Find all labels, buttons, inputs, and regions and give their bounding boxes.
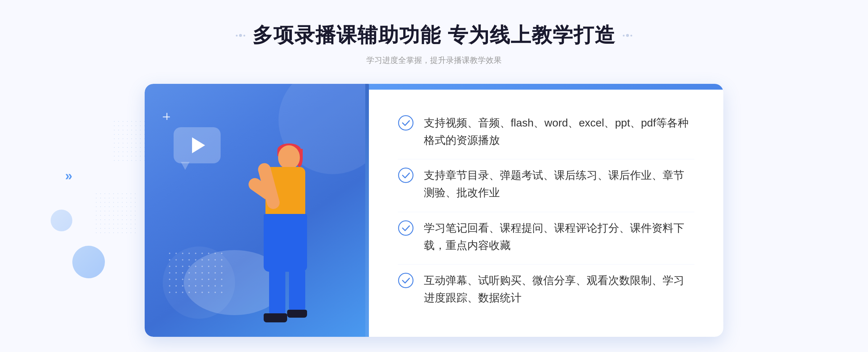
person-pants [264,214,307,272]
left-arrows-decoration: » [65,168,71,184]
light-burst [163,113,177,127]
header-section: 多项录播课辅助功能 专为线上教学打造 学习进度全掌握，提升录播课教学效果 [0,22,868,66]
person-head [278,145,300,169]
play-bubble [174,127,221,163]
feature-text-3: 学习笔记回看、课程提问、课程评论打分、课件资料下载，重点内容收藏 [424,219,694,254]
right-content-panel: 支持视频、音频、flash、word、excel、ppt、pdf等各种格式的资源… [369,84,723,337]
feature-item-3: 学习笔记回看、课程提问、课程评论打分、课件资料下载，重点内容收藏 [398,212,694,261]
person-figure [222,127,338,337]
decorator-right [623,34,632,37]
check-icon-3 [398,220,414,236]
page-wrapper: » 多项录播课辅助功能 专为线上教学打造 学习进度全掌握，提升录播课教学效果 [0,0,868,352]
person-shoe-left [264,313,287,322]
feature-text-4: 互动弹幕、试听购买、微信分享、观看次数限制、学习进度跟踪、数据统计 [424,272,694,306]
blue-top-bar [362,84,723,90]
header-decorators: 多项录播课辅助功能 专为线上教学打造 [0,22,868,49]
left-image-panel [145,84,369,337]
decorator-left [236,34,245,37]
subtitle: 学习进度全掌握，提升录播课教学效果 [0,55,868,66]
person-leg-right [289,268,305,312]
feature-item-2: 支持章节目录、弹题考试、课后练习、课后作业、章节测验、批改作业 [398,159,694,209]
feature-text-2: 支持章节目录、弹题考试、课后练习、课后作业、章节测验、批改作业 [424,167,694,201]
deco-circle-1 [72,246,105,278]
check-icon-2 [398,167,414,183]
content-wrapper: 支持视频、音频、flash、word、excel、ppt、pdf等各种格式的资源… [145,84,723,337]
main-title: 多项录播课辅助功能 专为线上教学打造 [252,22,616,49]
check-icon-1 [398,115,414,131]
person-shoe-right [287,310,307,318]
feature-text-1: 支持视频、音频、flash、word、excel、ppt、pdf等各种格式的资源… [424,114,694,149]
svg-point-3 [399,273,413,288]
vertical-accent-bar [365,84,369,337]
svg-point-1 [399,168,413,183]
deco-circle-2 [51,210,72,231]
image-dots-overlay [166,250,224,293]
svg-point-0 [399,116,413,130]
dots-decoration-bottom [94,192,137,235]
feature-item-1: 支持视频、音频、flash、word、excel、ppt、pdf等各种格式的资源… [398,107,694,156]
svg-point-2 [399,221,413,235]
check-icon-4 [398,272,414,288]
person-leg-left [269,268,285,315]
play-triangle [192,137,205,153]
feature-item-4: 互动弹幕、试听购买、微信分享、观看次数限制、学习进度跟踪、数据统计 [398,264,694,314]
